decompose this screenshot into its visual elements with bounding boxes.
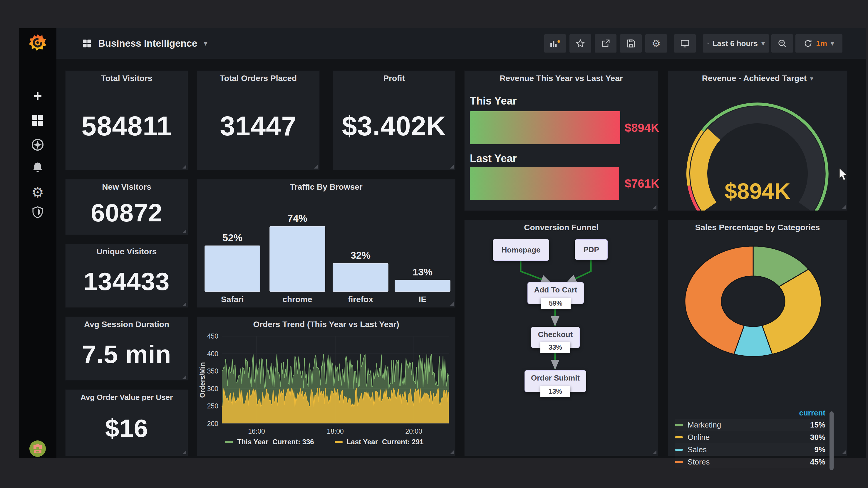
gauge-body: $894K: [668, 86, 847, 212]
grafana-logo[interactable]: [29, 33, 47, 52]
line-chart[interactable]: 20025030035040045016:0018:0020:00Orders/…: [197, 332, 455, 438]
add-panel-button[interactable]: [544, 34, 566, 53]
page-title: Business Intelligence: [98, 38, 197, 49]
create-menu-item[interactable]: +: [33, 87, 42, 104]
panel-title[interactable]: Total Visitors: [65, 71, 188, 86]
user-avatar[interactable]: [29, 440, 46, 457]
time-range-picker[interactable]: Last 6 hours ▾: [703, 34, 769, 53]
legend-label: Stores: [688, 457, 710, 466]
configuration-menu-item[interactable]: ⚙: [31, 184, 44, 200]
legend-label: Marketing: [688, 420, 721, 430]
chevron-down-icon: ▾: [204, 39, 207, 47]
share-button[interactable]: [595, 34, 617, 53]
funnel-node-add-to-cart[interactable]: Add To Cart 59%: [527, 282, 584, 304]
donut-body: current Marketing 15% Online 30% Sales 9…: [668, 235, 847, 456]
dashboards-grid-icon: [31, 114, 44, 127]
zoom-out-button[interactable]: [771, 34, 793, 53]
panel-total-visitors: Total Visitors 584811: [65, 70, 188, 170]
panel-title[interactable]: Conversion Funnel: [465, 220, 658, 235]
refresh-interval-label: 1m: [816, 39, 827, 48]
dashboards-menu-item[interactable]: [31, 114, 44, 127]
panel-conversion-funnel: Conversion Funnel Homepage PDP Ad: [464, 220, 658, 456]
panel-title[interactable]: Unique Visitors: [65, 244, 188, 259]
gradient-bar-this-year[interactable]: [470, 111, 620, 144]
legend-row-sales[interactable]: Sales 9%: [675, 443, 826, 456]
panel-title[interactable]: New Visitors: [65, 180, 188, 195]
funnel-node-checkout[interactable]: Checkout 33%: [531, 327, 580, 348]
legend-row-marketing[interactable]: Marketing 15%: [675, 419, 826, 431]
svg-text:Orders/Min: Orders/Min: [198, 362, 206, 397]
funnel-node-pct: 13%: [540, 386, 570, 397]
series-color-dash: [675, 424, 683, 426]
row-value: $761K: [625, 167, 657, 200]
explore-menu-item[interactable]: [31, 138, 44, 152]
legend-row-online[interactable]: Online 30%: [675, 431, 826, 443]
panel-title[interactable]: Orders Trend (This Year vs Last Year): [197, 317, 455, 332]
panel-title[interactable]: Revenue - Achieved Target ▾: [668, 71, 847, 86]
monitor-icon: [680, 39, 690, 48]
legend-item-this-year[interactable]: This Year Current: 336: [225, 438, 314, 446]
legend-column-current[interactable]: current: [675, 407, 826, 419]
panel-title[interactable]: Traffic By Browser: [197, 180, 455, 195]
row-value: $894K: [625, 111, 657, 144]
donut-chart[interactable]: [668, 235, 847, 361]
legend-label: This Year: [237, 438, 268, 446]
funnel-node-pct: 59%: [541, 298, 570, 309]
svg-text:300: 300: [207, 385, 218, 393]
dashboard-grid-icon: [82, 39, 92, 48]
svg-text:firefox: firefox: [348, 295, 373, 304]
panel-menu-caret[interactable]: ▾: [810, 75, 813, 82]
funnel-node-homepage[interactable]: Homepage: [493, 239, 549, 261]
refresh-icon: [804, 39, 812, 48]
svg-text:400: 400: [207, 350, 218, 358]
alerting-menu-item[interactable]: [31, 161, 44, 174]
refresh-button[interactable]: 1m ▾: [796, 34, 842, 53]
legend-label: Sales: [688, 445, 707, 454]
legend-label: Online: [688, 433, 710, 442]
panel-title[interactable]: Profit: [333, 71, 455, 86]
svg-text:20:00: 20:00: [405, 427, 422, 435]
legend-value: 9%: [814, 445, 826, 454]
bar-chart[interactable]: 52%Safari74%chrome32%firefox13%IE: [197, 195, 455, 306]
legend-row-stores[interactable]: Stores 45%: [675, 456, 826, 468]
panel-title[interactable]: Total Orders Placed: [197, 71, 319, 86]
tv-mode-button[interactable]: [674, 34, 696, 53]
panel-total-orders: Total Orders Placed 31447: [197, 70, 320, 170]
plus-icon: +: [33, 87, 42, 104]
panel-revenue-gauge: Revenue - Achieved Target ▾ $894K: [668, 70, 847, 211]
funnel-node-order-submit[interactable]: Order Submit 13%: [525, 370, 586, 392]
panel-avg-order-value: Avg Order Value per User $16: [65, 389, 188, 456]
save-button[interactable]: [620, 34, 642, 53]
panel-new-visitors: New Visitors 60872: [65, 179, 188, 235]
stat-value: 584811: [65, 86, 188, 170]
panel-title[interactable]: Avg Order Value per User: [65, 390, 188, 405]
svg-text:IE: IE: [419, 295, 426, 304]
time-range-label: Last 6 hours: [712, 39, 758, 48]
star-button[interactable]: [569, 34, 591, 53]
series-color-dash: [675, 436, 683, 438]
svg-text:13%: 13%: [412, 266, 433, 278]
panel-unique-visitors: Unique Visitors 134433: [65, 244, 188, 308]
panel-title[interactable]: Revenue This Year vs Last Year: [465, 71, 658, 86]
funnel-node-pdp[interactable]: PDP: [575, 239, 608, 260]
legend-scrollbar[interactable]: [830, 411, 834, 470]
shield-icon: [31, 206, 44, 219]
explore-compass-icon: [31, 138, 44, 152]
stat-value: 7.5 min: [65, 332, 188, 380]
svg-text:250: 250: [207, 402, 218, 410]
server-admin-menu-item[interactable]: [31, 206, 44, 219]
dashboard-title-picker[interactable]: Business Intelligence ▾: [82, 38, 208, 49]
add-panel-icon: [550, 39, 560, 48]
alerting-bell-icon: [31, 161, 44, 174]
series-color-dash: [675, 461, 683, 463]
panel-title[interactable]: Sales Percentage by Categories: [668, 220, 847, 235]
top-navbar: Business Intelligence ▾: [56, 28, 866, 59]
panel-avg-session: Avg Session Duration 7.5 min: [65, 317, 188, 381]
avatar-icon: [29, 440, 46, 457]
legend-value: 30%: [810, 433, 826, 442]
svg-text:Safari: Safari: [221, 295, 244, 304]
dashboard-settings-button[interactable]: ⚙: [645, 34, 667, 53]
legend-item-last-year[interactable]: Last Year Current: 291: [335, 438, 424, 446]
panel-title[interactable]: Avg Session Duration: [65, 317, 188, 332]
gradient-bar-last-year[interactable]: [470, 167, 619, 200]
